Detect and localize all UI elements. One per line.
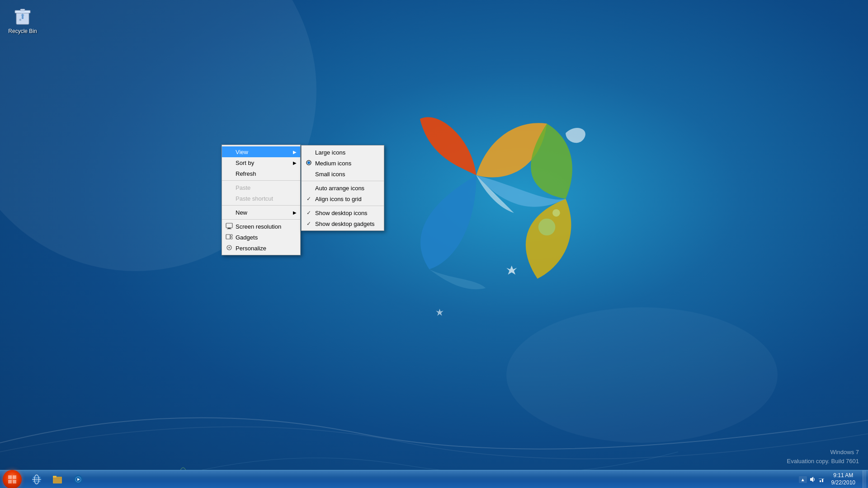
submenu-label-auto-arrange: Auto arrange icons [315,185,364,192]
context-menu-item-personalize[interactable]: Personalize [222,243,300,253]
svg-rect-26 [822,479,823,482]
taskbar-item-media-player[interactable] [68,471,88,488]
tray-icons: ▲ [796,476,828,483]
clock-area[interactable]: 9:11 AM 9/22/2010 [828,470,859,488]
context-menu-item-screen-resolution[interactable]: Screen resolution [222,221,300,232]
watermark-line2: Evaluation copy. Build 7601 [787,457,859,466]
system-tray: ▲ 9:11 AM 9/22/2010 [793,470,863,488]
context-menu: View ▶ Large icons Medium [222,145,301,255]
svg-marker-24 [810,477,813,482]
view-submenu: Large icons Medium icons Small icons [301,145,384,231]
submenu-separator-1 [302,181,384,181]
context-menu-item-paste-shortcut[interactable]: Paste shortcut [222,193,300,204]
submenu-label-large-icons: Large icons [315,149,345,156]
submenu-label-show-desktop-icons: Show desktop icons [315,210,368,216]
taskbar-item-explorer[interactable] [47,471,67,488]
svg-rect-10 [227,229,231,229]
svg-rect-11 [226,235,230,239]
submenu-item-small-icons[interactable]: Small icons [302,169,384,179]
taskbar-pinned-items [24,470,90,488]
submenu-item-show-desktop-icons[interactable]: ✓ Show desktop icons [302,207,384,218]
svg-point-1 [552,209,560,217]
submenu-arrow-sort-by: ▶ [293,160,297,165]
submenu-item-auto-arrange[interactable]: Auto arrange icons [302,183,384,193]
context-menu-item-sort-by[interactable]: Sort by ▶ [222,157,300,168]
clock-date: 9/22/2010 [831,479,855,487]
submenu-item-show-desktop-gadgets[interactable]: ✓ Show desktop gadgets [302,218,384,229]
windows-logo [363,81,599,316]
svg-rect-27 [819,479,824,479]
context-menu-label-refresh: Refresh [236,170,256,177]
context-menu-label-screen-resolution: Screen resolution [236,223,281,230]
start-button[interactable] [0,470,24,488]
tray-speaker-icon[interactable] [809,476,816,483]
svg-rect-12 [231,235,232,236]
context-menu-separator-1 [222,180,300,181]
svg-rect-19 [53,476,57,478]
svg-text:♻: ♻ [19,19,21,21]
context-menu-item-new[interactable]: New ▶ [222,207,300,218]
context-menu-item-view[interactable]: View ▶ Large icons Medium [222,146,300,157]
svg-point-7 [307,161,310,164]
svg-rect-13 [231,237,232,239]
watermark-line1: Windows 7 [787,448,859,457]
context-menu-label-paste: Paste [236,184,250,191]
check-align-grid: ✓ [304,196,313,202]
tray-show-hidden[interactable]: ▲ [799,476,807,483]
svg-point-0 [538,219,555,235]
check-show-desktop-gadgets: ✓ [304,221,313,227]
submenu-arrow-new: ▶ [293,210,297,215]
context-menu-label-personalize: Personalize [236,245,266,252]
windows-watermark: Windows 7 Evaluation copy. Build 7601 [787,448,859,465]
submenu-label-small-icons: Small icons [315,171,345,178]
taskbar-right: ▲ 9:11 AM 9/22/2010 [793,470,868,488]
start-orb [3,470,22,488]
submenu-item-align-grid[interactable]: ✓ Align icons to grid [302,193,384,204]
submenu-item-medium-icons[interactable]: Medium icons [302,158,384,169]
submenu-label-align-grid: Align icons to grid [315,196,362,202]
check-medium-icons [304,160,313,167]
deco-lines [0,352,868,488]
context-menu-label-sort-by: Sort by [236,160,254,166]
svg-rect-18 [53,477,62,483]
show-desktop-button[interactable] [863,470,866,488]
submenu-item-large-icons[interactable]: Large icons [302,147,384,158]
desktop: ♻ Recycle Bin View ▶ Large icons [0,0,868,488]
svg-rect-8 [226,223,232,228]
gadgets-icon [225,233,234,241]
svg-rect-4 [20,9,25,11]
recycle-bin-label: Recycle Bin [5,28,41,34]
recycle-bin-icon[interactable]: ♻ Recycle Bin [5,5,41,34]
tray-network-icon[interactable] [818,476,825,483]
submenu-label-show-desktop-gadgets: Show desktop gadgets [315,221,375,227]
context-menu-item-refresh[interactable]: Refresh [222,168,300,179]
taskbar: ▲ 9:11 AM 9/22/2010 [0,470,868,488]
clock-time: 9:11 AM [833,472,853,479]
context-menu-separator-2 [222,205,300,206]
context-menu-separator-3 [222,219,300,220]
svg-rect-9 [228,228,231,229]
svg-point-15 [228,247,230,249]
svg-rect-25 [820,480,821,482]
taskbar-item-ie[interactable] [27,471,47,488]
recycle-bin-graphic: ♻ [12,5,33,26]
submenu-label-medium-icons: Medium icons [315,160,351,167]
context-menu-item-gadgets[interactable]: Gadgets [222,232,300,243]
context-menu-label-paste-shortcut: Paste shortcut [236,195,273,202]
context-menu-label-view: View [236,149,248,155]
context-menu-label-gadgets: Gadgets [236,234,258,241]
submenu-separator-2 [302,206,384,206]
check-show-desktop-icons: ✓ [304,210,313,216]
submenu-arrow-view: ▶ [293,150,297,155]
screen-resolution-icon [225,222,234,230]
context-menu-item-paste[interactable]: Paste [222,182,300,193]
personalize-icon [225,244,234,252]
context-menu-label-new: New [236,209,247,216]
